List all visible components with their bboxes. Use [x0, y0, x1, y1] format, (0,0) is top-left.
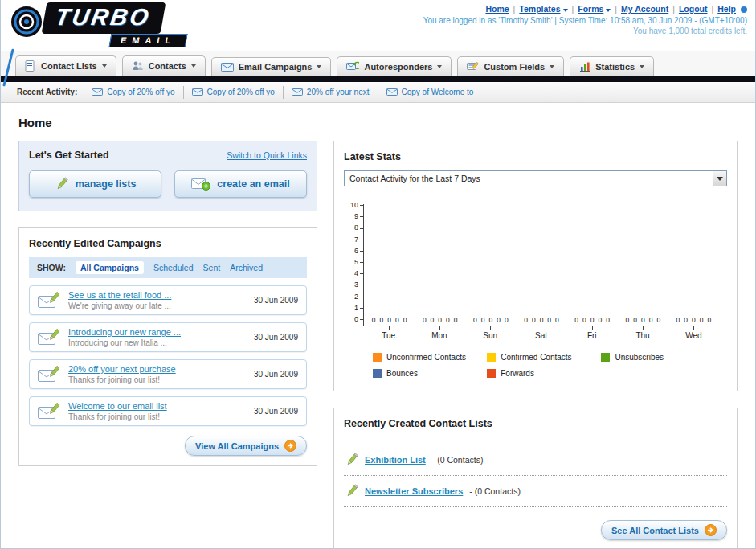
right-column: Latest Stats Contact Activity for the La…	[333, 141, 738, 549]
select-dropdown-button[interactable]	[713, 171, 726, 186]
top-link-home[interactable]: Home	[485, 4, 509, 14]
custom-fields-icon	[467, 61, 479, 72]
recent-activity-text: Copy of 20% off yo	[207, 88, 275, 96]
y-tick-label: 7	[354, 236, 363, 244]
campaign-date: 30 Jun 2009	[254, 370, 298, 379]
stats-period-value: Contact Activity for the Last 7 Days	[349, 174, 480, 183]
nav-tab-contacts[interactable]: Contacts	[122, 55, 206, 76]
nav-tab-custom-fields[interactable]: Custom Fields	[457, 56, 564, 76]
campaign-subtitle: Thanks for joining our list!	[68, 375, 176, 384]
nav-divider-bar	[1, 76, 755, 82]
envelope-icon	[386, 88, 398, 96]
x-tick-label: Wed	[668, 326, 719, 340]
campaign-date: 30 Jun 2009	[254, 333, 298, 342]
manage-lists-label: manage lists	[76, 178, 137, 190]
header-utility-area: HomeTemplatesFormsMy AccountLogoutHelp Y…	[423, 4, 747, 35]
legend-label: Confirmed Contacts	[501, 353, 571, 362]
nav-tab-autoresponders[interactable]: Autoresponders	[337, 56, 452, 76]
tab-scheduled[interactable]: Scheduled	[153, 263, 194, 272]
recent-campaigns-title: Recently Edited Campaigns	[29, 238, 307, 249]
top-link-forms[interactable]: Forms	[578, 4, 603, 14]
x-tick-label: Thu	[617, 326, 668, 340]
latest-stats-panel: Latest Stats Contact Activity for the La…	[333, 141, 738, 391]
top-header: TURBO EMAIL HomeTemplatesFormsMy Account…	[1, 0, 755, 51]
legend-label: Forwards	[501, 369, 534, 378]
top-link-my-account[interactable]: My Account	[621, 4, 668, 14]
credits-text: You have 1,000 total credits left.	[423, 27, 747, 35]
tab-sent[interactable]: Sent	[203, 263, 221, 272]
y-tick-label: 8	[354, 223, 363, 231]
top-link-help[interactable]: Help	[717, 4, 736, 14]
app-logo: TURBO EMAIL	[7, 2, 216, 47]
nav-tab-label: Contact Lists	[41, 61, 97, 71]
nav-tab-contact-lists[interactable]: Contact Lists	[15, 55, 116, 76]
legend-item: Unsubscribes	[601, 353, 715, 362]
chart-legend: Unconfirmed ContactsConfirmed ContactsUn…	[373, 353, 719, 378]
get-started-title: Let's Get Started	[29, 150, 109, 161]
campaign-title-link[interactable]: 20% off your next purchase	[68, 364, 176, 374]
dropdown-caret-icon	[191, 64, 196, 68]
recent-activity-item[interactable]: Copy of 20% off yo	[184, 86, 284, 99]
recent-contact-lists-panel: Recently Created Contact Lists Exhibitio…	[333, 408, 738, 549]
top-link-logout[interactable]: Logout	[679, 4, 708, 14]
see-all-contact-lists-button[interactable]: See All Contact Lists	[601, 520, 727, 540]
divider	[668, 4, 679, 14]
recent-activity-item[interactable]: Copy of Welcome to	[378, 86, 482, 99]
nav-tab-statistics[interactable]: Statistics	[570, 56, 654, 76]
contact-list-count: - (0 Contacts)	[432, 455, 484, 465]
y-tick-label: 3	[354, 281, 363, 289]
campaign-title-link[interactable]: See us at the retail food ...	[68, 290, 171, 300]
divider	[509, 4, 520, 14]
nav-tab-label: Autoresponders	[364, 62, 432, 72]
chart-y-axis: 109876543210	[345, 201, 363, 323]
create-email-button[interactable]: create an email	[174, 170, 307, 198]
legend-swatch	[487, 369, 496, 378]
switch-quick-links[interactable]: Switch to Quick Links	[227, 150, 307, 160]
nav-tab-label: Statistics	[595, 62, 635, 72]
x-tick-label: Sun	[465, 326, 516, 340]
campaign-envelope-pencil-icon	[38, 403, 60, 420]
logo-swoosh-icon	[7, 4, 46, 44]
legend-label: Bounces	[386, 369, 418, 378]
legend-item: Confirmed Contacts	[487, 353, 601, 362]
nav-tab-email-campaigns[interactable]: Email Campaigns	[211, 57, 332, 76]
pencil-icon	[345, 453, 358, 467]
campaigns-filter-tabs: SHOW: All Campaigns Scheduled Sent Archi…	[29, 257, 307, 278]
chart-day-values: 00000	[465, 316, 516, 324]
autoresponders-icon	[346, 61, 359, 72]
recent-contact-lists-title: Recently Created Contact Lists	[344, 418, 727, 436]
stats-period-select[interactable]: Contact Activity for the Last 7 Days	[344, 170, 727, 186]
chart-plot-area: 00000000000000000000000000000000000	[363, 204, 719, 326]
email-campaigns-icon	[221, 63, 234, 72]
arrow-circle-icon	[284, 440, 296, 452]
legend-label: Unconfirmed Contacts	[386, 353, 466, 362]
y-tick-label: 4	[354, 269, 363, 277]
recent-activity-text: Copy of 20% off yo	[107, 88, 174, 96]
campaign-title-link[interactable]: Introducing our new range ...	[68, 327, 181, 337]
dropdown-caret-icon	[563, 9, 568, 12]
latest-stats-title: Latest Stats	[344, 151, 727, 162]
view-all-campaigns-button[interactable]: View All Campaigns	[185, 436, 307, 456]
login-info-text: You are logged in as 'Timothy Smith' | S…	[423, 16, 747, 25]
tab-all-campaigns[interactable]: All Campaigns	[76, 261, 144, 274]
recent-activity-item[interactable]: 20% off your next	[284, 86, 378, 99]
contact-list-link[interactable]: Exhibition List	[365, 455, 426, 465]
tab-archived[interactable]: Archived	[230, 263, 263, 272]
chart-day-values: 00000	[567, 316, 618, 324]
campaign-subtitle: Thanks for joining our list!	[68, 412, 167, 421]
campaign-row: 20% off your next purchase Thanks for jo…	[29, 359, 307, 389]
y-tick-label: 5	[354, 258, 363, 266]
left-column: Let's Get Started Switch to Quick Links …	[18, 141, 317, 466]
envelope-plus-icon	[191, 178, 210, 191]
manage-lists-button[interactable]: manage lists	[29, 170, 161, 198]
legend-item: Unconfirmed Contacts	[373, 353, 487, 362]
divider	[708, 4, 718, 14]
contact-list-link[interactable]: Newsletter Subscribers	[365, 486, 463, 496]
top-link-templates[interactable]: Templates	[519, 4, 560, 14]
campaign-date: 30 Jun 2009	[254, 296, 298, 305]
campaign-subtitle: We're giving away our late ...	[68, 301, 171, 310]
campaign-envelope-pencil-icon	[38, 366, 60, 383]
recent-activity-item[interactable]: Copy of 20% off yo	[84, 86, 183, 99]
campaign-title-link[interactable]: Welcome to our email list	[68, 401, 167, 411]
main-nav: Contact Lists Contacts Email Campaigns A…	[1, 51, 755, 76]
